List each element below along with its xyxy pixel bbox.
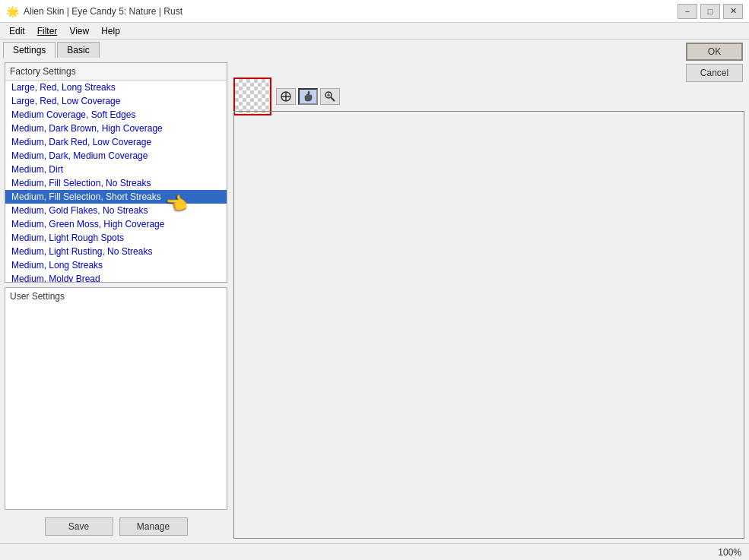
title-bar: 🌟 Alien Skin | Eye Candy 5: Nature | Rus…	[0, 0, 749, 23]
zoom-icon	[324, 90, 336, 103]
top-toolbar-area	[233, 62, 744, 108]
tab-settings[interactable]: Settings	[3, 42, 56, 59]
setting-item-1[interactable]: Large, Red, Long Streaks	[5, 81, 227, 94]
tab-bar: Settings Basic	[0, 40, 749, 58]
setting-item-3[interactable]: Medium Coverage, Soft Edges	[5, 108, 227, 122]
setting-item-9[interactable]: Medium, Fill Selection, Short Streaks	[5, 190, 227, 204]
setting-item-5[interactable]: Medium, Dark Red, Low Coverage	[5, 135, 227, 149]
setting-item-11[interactable]: Medium, Green Moss, High Coverage	[5, 217, 227, 231]
ok-button[interactable]: OK	[686, 43, 743, 61]
zoom-level: 100%	[718, 547, 741, 558]
hand-tool-button[interactable]	[298, 88, 318, 105]
menu-help[interactable]: Help	[95, 24, 126, 38]
menu-edit[interactable]: Edit	[3, 24, 31, 38]
save-button[interactable]: Save	[45, 517, 113, 536]
menu-filter[interactable]: Filter	[31, 24, 64, 38]
setting-item-8[interactable]: Medium, Fill Selection, No Streaks	[5, 176, 227, 190]
minimize-button[interactable]: −	[678, 4, 697, 19]
left-panel: Factory Settings Large, Red, Long Streak…	[0, 58, 232, 543]
main-content: Factory Settings Large, Red, Long Streak…	[0, 58, 749, 543]
svg-line-4	[331, 97, 335, 101]
manage-button[interactable]: Manage	[119, 517, 188, 536]
user-settings-header: User Settings	[5, 288, 227, 305]
pointer-indicator: 👉	[166, 193, 189, 214]
setting-item-10[interactable]: Medium, Gold Flakes, No Streaks	[5, 204, 227, 217]
view-toolbar	[276, 88, 340, 108]
setting-item-4[interactable]: Medium, Dark Brown, High Coverage	[5, 122, 227, 135]
preview-area: claudia	[233, 111, 744, 539]
factory-settings-header: Factory Settings	[5, 63, 227, 81]
factory-settings-list[interactable]: Large, Red, Long Streaks Large, Red, Low…	[5, 81, 227, 282]
dialog-buttons: OK Cancel	[686, 43, 743, 82]
setting-item-6[interactable]: Medium, Dark, Medium Coverage	[5, 149, 227, 163]
setting-item-12[interactable]: Medium, Light Rough Spots	[5, 231, 227, 245]
close-button[interactable]: ✕	[723, 4, 743, 19]
zoom-tool-button[interactable]	[320, 88, 340, 105]
app-icon: 🌟	[6, 5, 19, 17]
bottom-buttons: Save Manage	[5, 514, 227, 539]
select-icon	[280, 90, 292, 103]
factory-settings-container: Factory Settings Large, Red, Long Streak…	[5, 62, 227, 283]
window-title: Alien Skin | Eye Candy 5: Nature | Rust	[24, 6, 182, 17]
setting-item-15[interactable]: Medium, Moldy Bread	[5, 272, 227, 282]
setting-item-7[interactable]: Medium, Dirt	[5, 163, 227, 176]
select-tool-button[interactable]	[276, 88, 296, 105]
preview-thumbnail	[233, 78, 271, 115]
status-bar: 100%	[0, 543, 749, 560]
user-settings-container: User Settings	[5, 287, 227, 510]
title-bar-controls: − □ ✕	[678, 4, 743, 19]
menu-bar: Edit Filter View Help	[0, 23, 749, 40]
setting-item-14[interactable]: Medium, Long Streaks	[5, 258, 227, 272]
maximize-button[interactable]: □	[700, 4, 720, 19]
setting-item-2[interactable]: Large, Red, Low Coverage	[5, 94, 227, 108]
cancel-button[interactable]: Cancel	[686, 64, 743, 82]
right-panel: claudia	[232, 58, 749, 543]
setting-item-13[interactable]: Medium, Light Rusting, No Streaks	[5, 245, 227, 258]
title-bar-left: 🌟 Alien Skin | Eye Candy 5: Nature | Rus…	[6, 5, 182, 17]
menu-view[interactable]: View	[63, 24, 95, 38]
tab-basic[interactable]: Basic	[57, 42, 99, 58]
hand-icon	[302, 90, 314, 103]
